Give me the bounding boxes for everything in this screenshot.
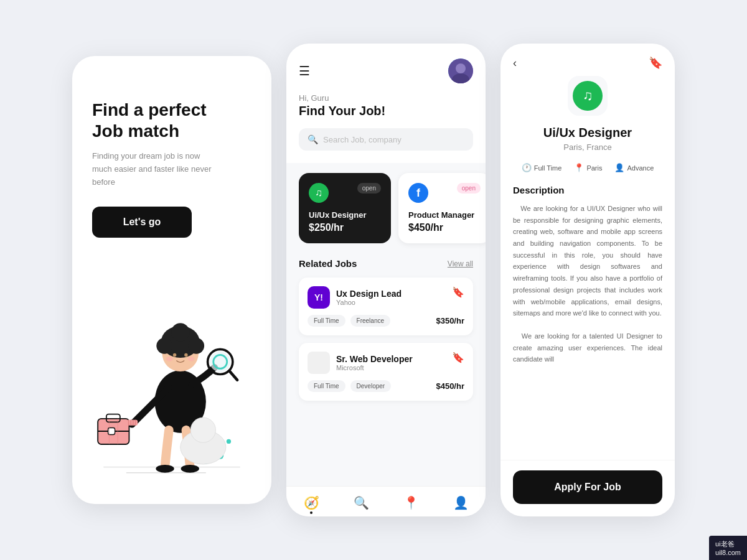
tag-advance-label: Advance — [627, 164, 654, 172]
nav-location-icon[interactable]: 📍 — [403, 495, 419, 510]
spotify-job-title: Ui/Ux Designer — [309, 210, 381, 220]
svg-point-11 — [156, 338, 172, 354]
rjc-left-ms: Sr. Web Developer Microsoft — [308, 352, 413, 374]
card-header-light: f open — [408, 183, 481, 203]
watermark-line1: ui老爸 — [715, 539, 741, 549]
detail-bookmark-button[interactable]: 🔖 — [649, 56, 662, 70]
screen1-headline: Find a perfect Job match — [92, 81, 251, 150]
watermark-line2: uil8.com — [715, 549, 741, 556]
clock-icon: 🕐 — [522, 163, 532, 172]
rjc-left-yahoo: Y! Ux Design Lead Yahoo — [308, 286, 402, 309]
facebook-logo: f — [408, 183, 428, 203]
related-job-microsoft[interactable]: Sr. Web Developer Microsoft 🔖 Full Time … — [299, 343, 473, 401]
ms-tag-developer: Developer — [350, 380, 392, 392]
detail-location: Paris, France — [513, 142, 662, 152]
svg-point-38 — [456, 63, 466, 73]
detail-tag-paris: 📍 Paris — [574, 163, 602, 172]
svg-point-27 — [156, 465, 174, 473]
description-paragraph1: We are looking for a UI/UX Designer who … — [513, 203, 662, 319]
user-avatar[interactable] — [448, 58, 473, 83]
screen3-company-logo: ♫ — [568, 76, 608, 116]
screen2-top-section: ☰ Hi, Guru Find Your Job! 🔍 Search Job, … — [286, 44, 486, 163]
landing-subtext: Finding your dream job is now much easie… — [92, 150, 217, 189]
illustration-svg — [92, 285, 251, 484]
related-title: Related Jobs — [299, 258, 357, 269]
view-all-link[interactable]: View all — [448, 259, 473, 268]
related-job-yahoo[interactable]: Y! Ux Design Lead Yahoo 🔖 Full Time Free… — [299, 278, 473, 335]
lets-go-button[interactable]: Let's go — [92, 207, 192, 238]
yahoo-logo: Y! — [308, 286, 330, 309]
screen3-top-bar: ‹ 🔖 — [500, 44, 675, 76]
screen3-footer: Apply For Job — [500, 460, 675, 516]
watermark: ui老爸 uil8.com — [709, 536, 747, 560]
detail-job-title: Ui/Ux Designer — [513, 126, 662, 140]
svg-point-36 — [190, 418, 215, 442]
nav-profile-icon[interactable]: 👤 — [453, 495, 469, 510]
illustration-area — [92, 244, 251, 484]
greeting-main: Find Your Job! — [299, 104, 473, 118]
description-paragraph2: We are looking for a talented UI Designe… — [513, 330, 662, 365]
spotify-logo: ♫ — [309, 183, 329, 203]
tag-fulltime-label: Full Time — [534, 164, 562, 172]
yahoo-tag-fulltime: Full Time — [308, 315, 345, 327]
hamburger-icon[interactable]: ☰ — [299, 63, 310, 78]
open-badge-dark: open — [357, 183, 381, 194]
featured-job-spotify[interactable]: ♫ open Ui/Ux Designer $250/hr — [299, 173, 391, 243]
nav-search-icon[interactable]: 🔍 — [354, 495, 369, 510]
apply-for-job-button[interactable]: Apply For Job — [513, 470, 662, 504]
description-title: Description — [513, 185, 662, 195]
svg-point-15 — [184, 353, 187, 357]
bottom-nav: 🧭 🔍 📍 👤 — [286, 486, 486, 516]
nav-compass-icon[interactable]: 🧭 — [304, 495, 319, 510]
yahoo-tags: Full Time Freelance $350/hr — [308, 315, 464, 327]
yahoo-company: Yahoo — [336, 299, 402, 306]
svg-point-33 — [227, 439, 231, 444]
detail-tags: 🕐 Full Time 📍 Paris 👤 Advance — [513, 163, 662, 172]
avatar-svg — [448, 58, 473, 83]
greeting-sub: Hi, Guru — [299, 93, 473, 103]
location-icon: 📍 — [574, 163, 584, 172]
rjc-top-yahoo: Y! Ux Design Lead Yahoo 🔖 — [308, 286, 464, 309]
ms-tags: Full Time Developer $450/hr — [308, 380, 464, 392]
svg-line-20 — [229, 371, 237, 380]
screen2-header: ☰ — [299, 58, 473, 83]
microsoft-logo — [308, 352, 330, 374]
featured-job-facebook[interactable]: f open Product Manager $450/hr — [398, 173, 486, 243]
yahoo-rate: $350/hr — [436, 316, 464, 325]
svg-rect-22 — [126, 420, 138, 426]
svg-point-14 — [173, 353, 176, 357]
svg-point-28 — [181, 465, 199, 473]
svg-point-12 — [189, 338, 205, 354]
ms-bookmark-icon[interactable]: 🔖 — [452, 352, 464, 363]
ms-tag-fulltime: Full Time — [308, 380, 345, 392]
search-bar[interactable]: 🔍 Search Job, company — [299, 128, 473, 151]
card-header-dark: ♫ open — [309, 183, 381, 203]
screen-job-search: ☰ Hi, Guru Find Your Job! 🔍 Search Job, … — [286, 44, 486, 516]
featured-jobs-row: ♫ open Ui/Ux Designer $250/hr f open Pro… — [299, 173, 473, 243]
tag-paris-label: Paris — [586, 164, 602, 172]
screen3-body: ♫ Ui/Ux Designer Paris, France 🕐 Full Ti… — [500, 76, 675, 460]
yahoo-job-title: Ux Design Lead — [336, 289, 402, 299]
screen-landing: Find a perfect Job match Finding your dr… — [72, 56, 271, 504]
search-icon: 🔍 — [308, 134, 318, 144]
fb-job-title: Product Manager — [408, 210, 481, 220]
back-button[interactable]: ‹ — [513, 57, 517, 70]
related-header: Related Jobs View all — [299, 258, 473, 269]
detail-tag-advance: 👤 Advance — [614, 163, 654, 172]
detail-tag-fulltime: 🕐 Full Time — [522, 163, 562, 172]
yahoo-tag-freelance: Freelance — [350, 315, 390, 327]
svg-point-17 — [188, 357, 195, 361]
svg-point-16 — [166, 357, 173, 361]
open-badge-pink: open — [457, 183, 481, 194]
search-placeholder: Search Job, company — [323, 135, 402, 144]
rjc-top-ms: Sr. Web Developer Microsoft 🔖 — [308, 352, 464, 374]
fb-job-rate: $450/hr — [408, 222, 481, 233]
spotify-job-rate: $250/hr — [309, 222, 381, 233]
svg-point-13 — [171, 323, 189, 341]
screen3-spotify-logo: ♫ — [573, 81, 603, 111]
yahoo-bookmark-icon[interactable]: 🔖 — [452, 286, 464, 298]
screen-job-detail: ‹ 🔖 ♫ Ui/Ux Designer Paris, France 🕐 Ful… — [500, 44, 675, 516]
ms-rate: $450/hr — [436, 381, 464, 391]
screen2-body: ♫ open Ui/Ux Designer $250/hr f open Pro… — [286, 163, 486, 486]
headline-line2: Job match — [92, 121, 179, 141]
